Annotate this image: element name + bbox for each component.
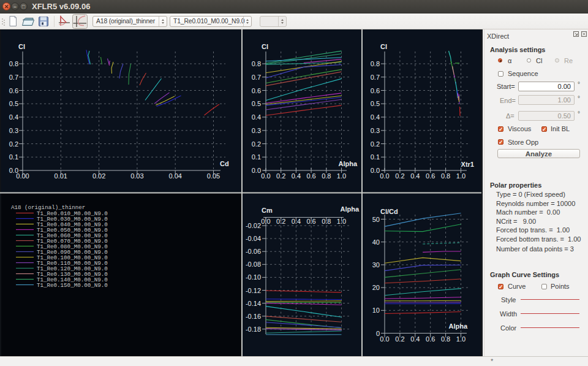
- svg-text:-0.08: -0.08: [246, 261, 261, 268]
- svg-text:0.8: 0.8: [322, 172, 331, 180]
- svg-text:Cl: Cl: [18, 43, 25, 50]
- svg-text:0.4: 0.4: [252, 113, 261, 121]
- svg-text:Xtr1: Xtr1: [461, 161, 474, 168]
- svg-text:-0.18: -0.18: [246, 326, 261, 333]
- svg-text:0.4: 0.4: [371, 113, 380, 121]
- svg-text:0.2: 0.2: [395, 335, 404, 343]
- svg-text:20: 20: [372, 284, 380, 291]
- svg-text:0.4: 0.4: [410, 335, 420, 343]
- svg-text:0.2: 0.2: [9, 140, 18, 148]
- svg-text:0.2: 0.2: [276, 172, 285, 180]
- svg-text:0.8: 0.8: [9, 60, 18, 67]
- svg-text:0.04: 0.04: [168, 172, 181, 180]
- svg-text:0.8: 0.8: [441, 172, 450, 180]
- svg-text:Alpha: Alpha: [338, 160, 357, 167]
- svg-text:1.0: 1.0: [456, 335, 466, 343]
- svg-text:0.03: 0.03: [130, 172, 143, 180]
- svg-text:0.5: 0.5: [252, 100, 261, 107]
- svg-text:0.2: 0.2: [371, 140, 380, 148]
- svg-text:10: 10: [372, 307, 380, 314]
- svg-text:0.4: 0.4: [292, 218, 301, 225]
- svg-text:Cl: Cl: [262, 43, 268, 50]
- svg-text:40: 40: [372, 238, 380, 246]
- svg-text:-0.02: -0.02: [246, 222, 261, 229]
- svg-text:-0.16: -0.16: [246, 313, 261, 320]
- svg-text:0.6: 0.6: [371, 87, 380, 94]
- svg-text:0.3: 0.3: [252, 127, 261, 134]
- svg-text:0: 0: [376, 330, 380, 337]
- svg-text:Cl: Cl: [380, 43, 387, 50]
- svg-text:0.8: 0.8: [322, 218, 331, 225]
- svg-text:0.5: 0.5: [371, 100, 380, 107]
- svg-text:30: 30: [372, 261, 380, 269]
- svg-text:0.3: 0.3: [371, 127, 380, 134]
- svg-text:0.6: 0.6: [252, 87, 261, 94]
- svg-text:0.0: 0.0: [371, 167, 380, 174]
- svg-text:0.6: 0.6: [306, 218, 315, 225]
- svg-text:0.6: 0.6: [426, 172, 435, 180]
- svg-text:0.1: 0.1: [9, 153, 18, 161]
- svg-text:0.1: 0.1: [371, 153, 380, 161]
- svg-text:0.0: 0.0: [252, 167, 261, 174]
- svg-text:Cl/Cd: Cl/Cd: [380, 208, 398, 215]
- svg-text:0.7: 0.7: [9, 74, 18, 81]
- svg-text:0.01: 0.01: [55, 172, 67, 180]
- svg-text:Cm: Cm: [262, 207, 273, 214]
- svg-text:-0.10: -0.10: [246, 273, 261, 281]
- svg-text:T1_Re0.150_M0.00_N9.0: T1_Re0.150_M0.00_N9.0: [37, 282, 108, 289]
- svg-text:0.6: 0.6: [9, 87, 18, 94]
- svg-text:1.0: 1.0: [337, 218, 346, 225]
- svg-text:0.1: 0.1: [252, 153, 261, 161]
- svg-text:Cd: Cd: [220, 160, 229, 167]
- svg-text:-0.14: -0.14: [246, 300, 261, 307]
- svg-text:0.7: 0.7: [371, 74, 380, 81]
- svg-text:0.2: 0.2: [252, 140, 261, 148]
- svg-text:0.2: 0.2: [395, 172, 404, 180]
- svg-text:-0.12: -0.12: [246, 287, 261, 294]
- svg-text:Alpha: Alpha: [448, 322, 467, 330]
- svg-text:0.4: 0.4: [9, 113, 18, 121]
- svg-text:0.7: 0.7: [252, 74, 261, 81]
- svg-text:0.0: 0.0: [261, 172, 270, 180]
- svg-text:1.0: 1.0: [456, 172, 466, 180]
- svg-text:0.8: 0.8: [371, 60, 380, 67]
- svg-text:0.6: 0.6: [426, 335, 435, 343]
- svg-text:0.5: 0.5: [9, 100, 18, 107]
- svg-text:0.2: 0.2: [276, 218, 285, 225]
- svg-text:0.4: 0.4: [410, 172, 420, 180]
- svg-text:0.0: 0.0: [380, 335, 389, 343]
- svg-text:0.0: 0.0: [261, 218, 270, 225]
- svg-text:0.4: 0.4: [292, 172, 301, 180]
- svg-text:50: 50: [372, 216, 380, 223]
- svg-text:1.0: 1.0: [337, 172, 346, 180]
- svg-text:0.3: 0.3: [9, 127, 18, 134]
- svg-text:0.02: 0.02: [92, 172, 105, 180]
- svg-text:0.0: 0.0: [380, 172, 389, 180]
- svg-text:Alpha: Alpha: [340, 205, 359, 213]
- svg-text:-0.06: -0.06: [246, 248, 261, 255]
- svg-text:0.05: 0.05: [207, 172, 220, 180]
- svg-text:0.8: 0.8: [252, 60, 261, 67]
- svg-text:0.6: 0.6: [306, 172, 315, 180]
- svg-text:-0.04: -0.04: [246, 235, 261, 242]
- svg-text:0.8: 0.8: [441, 335, 450, 343]
- svg-text:0.00: 0.00: [16, 172, 29, 180]
